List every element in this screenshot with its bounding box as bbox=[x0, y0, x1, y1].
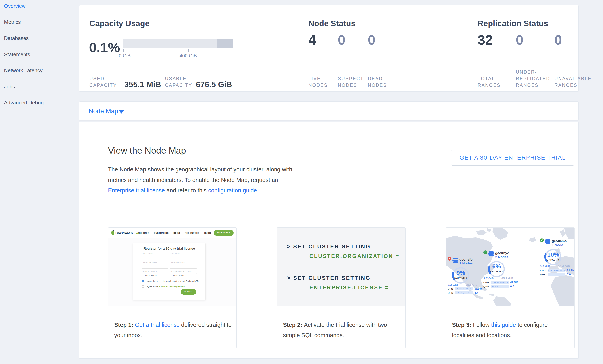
nodes-stack-icon bbox=[545, 239, 550, 245]
qps-label: QPS bbox=[540, 273, 546, 276]
qps-sparkline-icon bbox=[548, 273, 565, 276]
step1-caption: Step 1: Get a trial license delivered st… bbox=[114, 320, 232, 340]
sidebar-item-statements[interactable]: Statements bbox=[4, 51, 30, 57]
nodemap-description: The Node Map shows the geographical layo… bbox=[108, 164, 299, 196]
nodemap-dropdown[interactable]: Node Map bbox=[89, 108, 118, 115]
under-replicated-count: 0 bbox=[516, 33, 523, 47]
locality-nodes: 2 Nodes bbox=[459, 262, 473, 265]
description-text: and refer to this bbox=[165, 187, 208, 194]
locality-nyc[interactable]: ✓ geo=nyc 2 Nodes 6% CAPACITY bbox=[484, 251, 518, 288]
minisite-header: Cockroach LABS PRODUCT CUSTOMERS DOCS RE… bbox=[108, 228, 236, 238]
capacity-percent: 6% bbox=[486, 263, 507, 270]
nav-item-blog[interactable]: BLOG bbox=[204, 232, 211, 234]
suspect-nodes-count: 0 bbox=[338, 33, 345, 47]
company-email-field[interactable] bbox=[170, 264, 197, 269]
sidebar-item-advanced-debug[interactable]: Advanced Debug bbox=[4, 100, 44, 106]
cpu-value: 11.0% bbox=[474, 287, 482, 290]
under-replicated-label: UNDER-REPLICATED RANGES bbox=[516, 69, 554, 88]
sidebar-item-network-latency[interactable]: Network Latency bbox=[4, 67, 43, 74]
sql-commands-illustration: > SET CLUSTER SETTING CLUSTER.ORGANIZATI… bbox=[277, 228, 406, 306]
trial-license-site-screenshot: Cockroach LABS PRODUCT CUSTOMERS DOCS RE… bbox=[108, 228, 236, 306]
nav-item-customers[interactable]: CUSTOMERS bbox=[154, 232, 169, 234]
submit-button[interactable]: SUBMIT bbox=[181, 289, 196, 295]
nav-item-resources[interactable]: RESOURCES bbox=[185, 232, 200, 234]
sidebar-item-overview[interactable]: Overview bbox=[4, 3, 25, 9]
sidebar-item-databases[interactable]: Databases bbox=[4, 35, 29, 41]
this-guide-link[interactable]: this guide bbox=[491, 322, 516, 328]
configuration-guide-link[interactable]: configuration guide bbox=[208, 187, 257, 194]
nav-item-product[interactable]: PRODUCT bbox=[138, 232, 149, 234]
cockroach-labs-logo: Cockroach LABS bbox=[111, 230, 141, 235]
cpu-value: 12.3% bbox=[567, 269, 575, 272]
node-status-title: Node Status bbox=[308, 19, 356, 28]
email-updates-label: I would like to receive email updates ab… bbox=[146, 280, 199, 282]
last-name-field[interactable] bbox=[170, 254, 197, 259]
sidebar: Overview Metrics Databases Statements Ne… bbox=[0, 0, 79, 364]
nodes-stack-icon bbox=[453, 258, 458, 263]
total-ranges-label: TOTAL RANGES bbox=[478, 76, 505, 88]
get-trial-license-link[interactable]: Get a trial license bbox=[135, 322, 180, 328]
locality-sfo[interactable]: 1 geo=sfo 2 Nodes 9% CAPACITY bbox=[448, 257, 483, 294]
cpu-label: CPU bbox=[540, 269, 546, 272]
qps-sparkline-icon bbox=[455, 291, 473, 294]
capacity-label: CAPACITY bbox=[486, 270, 507, 273]
download-button[interactable]: DOWNLOAD bbox=[214, 230, 234, 236]
step3-caption: Step 3: Follow this guide to configure l… bbox=[452, 320, 569, 340]
capacity-gauge: 10% CAPACITY bbox=[543, 248, 564, 265]
qps-value: 4.7 bbox=[474, 291, 478, 294]
nodemap-selector-bar[interactable]: Node Map bbox=[79, 101, 579, 121]
capacity-axis-tick bbox=[188, 49, 189, 52]
locality-name: geo=sfo bbox=[459, 257, 473, 262]
locality-nodes: 2 Nodes bbox=[495, 255, 509, 259]
capacity-percent: 10% bbox=[543, 251, 564, 258]
first-name-field[interactable] bbox=[142, 254, 168, 259]
project-phase-select[interactable]: Please Select bbox=[142, 273, 168, 278]
sql-line-2: CLUSTER.ORGANIZATION = bbox=[309, 253, 400, 259]
reason-for-interest-select[interactable]: Please Select bbox=[170, 273, 197, 278]
cockroach-bug-icon bbox=[111, 231, 114, 235]
capacity-axis-tick bbox=[123, 49, 124, 52]
description-text: . bbox=[257, 187, 259, 194]
cpu-label: CPU bbox=[484, 281, 490, 284]
step3-card: 1 geo=sfo 2 Nodes 9% CAPACITY bbox=[446, 228, 575, 348]
dead-nodes-label: DEAD NODES bbox=[368, 76, 390, 88]
locality-name: geo=nyc bbox=[495, 251, 509, 255]
get-enterprise-trial-button[interactable]: GET A 30-DAY ENTERPRISE TRIAL bbox=[451, 150, 574, 165]
checkbox-unchecked-icon[interactable] bbox=[142, 285, 144, 287]
capacity-bar bbox=[123, 39, 233, 48]
unavailable-ranges-count: 0 bbox=[554, 33, 562, 47]
usable-capacity-label: USABLE CAPACITY bbox=[165, 76, 200, 88]
enterprise-trial-license-link[interactable]: Enterprise trial license bbox=[108, 187, 165, 194]
usable-capacity-value: 676.5 GiB bbox=[196, 80, 232, 89]
software-license-agreement-link[interactable]: Software License Agreement. bbox=[159, 285, 186, 287]
page-title: View the Node Map bbox=[108, 145, 186, 156]
qps-sparkline-icon bbox=[491, 285, 509, 288]
nav-item-docs[interactable]: DOCS bbox=[173, 232, 180, 234]
project-phase-label: PROJECT PHASE bbox=[142, 271, 168, 273]
locality-ams[interactable]: ✓ geo=ams 1 Node 10% CAPACITY bbox=[540, 239, 575, 276]
sql-line-3: > SET CLUSTER SETTING bbox=[287, 275, 371, 281]
locality-nodes: 1 Node bbox=[552, 243, 567, 247]
sidebar-item-jobs[interactable]: Jobs bbox=[4, 84, 15, 90]
capacity-axis-tick bbox=[156, 49, 156, 52]
company-name-field[interactable] bbox=[142, 264, 168, 269]
warning-badge-icon: 1 bbox=[448, 257, 452, 261]
capacity-label: CAPACITY bbox=[543, 258, 564, 261]
reason-for-interest-label: REASON FOR INTEREST bbox=[170, 271, 197, 273]
live-nodes-count: 4 bbox=[308, 33, 316, 47]
checkbox-checked-icon[interactable]: ✓ bbox=[142, 280, 144, 282]
used-capacity-label: USED CAPACITY bbox=[89, 76, 124, 88]
unavailable-ranges-label: UNAVAILABLE RANGES bbox=[554, 76, 595, 88]
capacity-gauge: 9% CAPACITY bbox=[450, 266, 471, 284]
sidebar-item-metrics[interactable]: Metrics bbox=[4, 19, 21, 25]
minisite-nav: PRODUCT CUSTOMERS DOCS RESOURCES BLOG bbox=[138, 232, 211, 234]
form-title: Register for a 30-day trial license bbox=[133, 247, 205, 250]
admin-ui-screen: Overview Metrics Databases Statements Ne… bbox=[0, 0, 603, 364]
step1-card: Cockroach LABS PRODUCT CUSTOMERS DOCS RE… bbox=[108, 228, 237, 348]
capacity-label: CAPACITY bbox=[450, 277, 471, 279]
cpu-value: 42.5% bbox=[510, 281, 518, 284]
locality-name: geo=ams bbox=[552, 239, 567, 243]
live-nodes-label: LIVE NODES bbox=[308, 76, 330, 88]
trial-registration-form: Register for a 30-day trial license FIRS… bbox=[133, 243, 206, 300]
qps-value: 0.0 bbox=[567, 273, 570, 276]
